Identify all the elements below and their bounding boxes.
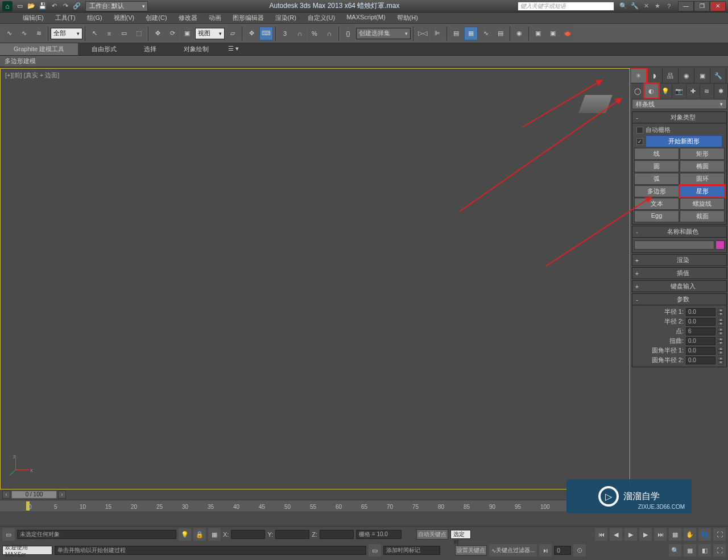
points-input[interactable]: 6 [686,327,715,335]
helpers-cat-icon[interactable]: ✚ [686,84,700,98]
help-icon[interactable]: ? [664,2,673,11]
rotate-tool-icon[interactable]: ⟳ [166,27,179,40]
graphite-toggle-icon[interactable]: ▦ [464,27,478,40]
menu-create[interactable]: 创建(C) [140,13,172,23]
close-button[interactable]: ✕ [710,1,726,11]
ribbon-tab-selection[interactable]: 选择 [130,43,170,55]
distortion-spinner[interactable]: ▴▾ [718,337,723,345]
rollout-keyboard-entry[interactable]: +键盘输入 [632,280,727,292]
select-rect-icon[interactable]: ▭ [117,27,131,40]
open-icon[interactable]: 📂 [26,2,36,11]
motion-tab-icon[interactable]: ◉ [679,68,694,83]
select-filter-dropdown[interactable]: 全部 [51,28,82,39]
maxscript-mini-icon[interactable]: ▭ [2,528,15,541]
viewport[interactable]: [+][前] [真实 + 边面] z x [0,68,630,490]
time-config-icon[interactable]: ⏲ [573,544,586,557]
rollout-object-type[interactable]: -对象类型 [632,111,727,123]
abs-rel-icon[interactable]: ▦ [208,528,221,541]
time-slider-next-icon[interactable]: › [58,491,66,499]
menu-help[interactable]: 帮助(H) [391,13,424,23]
y-coord-input[interactable] [275,530,309,539]
frame-number-input[interactable]: 0 [554,546,571,555]
render-setup-icon[interactable]: ▣ [531,27,545,40]
redo-icon[interactable]: ↷ [60,2,71,11]
egg-button[interactable]: Egg [634,210,679,222]
menu-edit[interactable]: 编辑(E) [17,13,49,23]
x-coord-input[interactable] [231,530,265,539]
viewport-label[interactable]: [+][前] [真实 + 边面] [5,71,59,80]
points-spinner[interactable]: ▴▾ [718,327,723,335]
select-object-icon[interactable]: ↖ [88,27,101,40]
spinner-snap-icon[interactable]: ∩ [322,27,336,40]
ribbon-tab-paint[interactable]: 对象绘制 [170,43,222,55]
arc-button[interactable]: 弧 [634,173,679,185]
rollout-interpolation[interactable]: +插值 [632,267,727,279]
render-frame-icon[interactable]: ▣ [546,27,560,40]
lights-cat-icon[interactable]: 💡 [659,84,672,98]
move-tool-icon[interactable]: ✥ [151,27,164,40]
z-coord-input[interactable] [320,530,354,539]
subscription-icon[interactable]: 🔧 [630,2,639,11]
new-icon[interactable]: ▭ [15,2,25,11]
autogrid-row[interactable]: 自动栅格 [634,125,725,135]
radius1-input[interactable]: 0.0 [686,308,715,316]
select-name-icon[interactable]: ≡ [102,27,116,40]
help-search-input[interactable]: 键入关键字或短语 [518,2,614,11]
link-icon[interactable]: 🔗 [72,2,82,11]
rollout-render[interactable]: +渲染 [632,254,727,266]
line-button[interactable]: 线 [634,148,679,160]
zoom-ext-icon[interactable]: ⛶ [713,528,726,541]
maximize-button[interactable]: ❐ [694,1,710,11]
rectangle-button[interactable]: 矩形 [680,148,725,160]
section-button[interactable]: 截面 [680,210,725,222]
save-icon[interactable]: 💾 [38,2,48,11]
startnew-checkbox[interactable] [636,138,643,145]
selection-lock-icon[interactable]: 💡 [179,528,191,541]
create-tab-icon[interactable]: ✳ [631,68,647,83]
systems-cat-icon[interactable]: ✱ [714,84,728,98]
start-new-shape-button[interactable]: 开始新图形 [646,135,722,147]
text-button[interactable]: 文本 [634,198,679,210]
cameras-cat-icon[interactable]: 📷 [672,84,686,98]
menu-tools[interactable]: 工具(T) [49,13,81,23]
named-selset-dropdown[interactable]: 创建选择集 [356,28,411,39]
favorites-icon[interactable]: ★ [653,2,662,11]
undo-icon[interactable]: ↶ [49,2,59,11]
subcategory-dropdown[interactable]: 样条线 [632,99,727,109]
menu-rendering[interactable]: 渲染(R) [270,13,302,23]
zoom-all-icon[interactable]: ▦ [684,544,696,557]
pivot-center-icon[interactable]: ▱ [226,27,239,40]
percent-snap-icon[interactable]: % [308,27,321,40]
goto-start-icon[interactable]: ⏮ [595,528,607,541]
utilities-tab-icon[interactable]: 🔧 [710,68,726,83]
star-button[interactable]: 星形 [680,185,725,197]
fillet2-spinner[interactable]: ▴▾ [718,356,723,364]
mat-editor-icon[interactable]: ◉ [512,27,526,40]
scene-object[interactable] [578,95,613,113]
menu-modifiers[interactable]: 修改器 [173,13,203,23]
radius1-spinner[interactable]: ▴▾ [718,308,723,316]
ribbon-expand-icon[interactable]: ☰ ▾ [225,43,242,55]
unlink-tool-icon[interactable]: ∿ [17,27,31,40]
exchange-icon[interactable]: ✕ [642,2,651,11]
rollout-parameters[interactable]: -参数 [632,293,727,305]
minimize-button[interactable]: — [678,1,694,11]
ngon-button[interactable]: 多边形 [634,185,679,197]
object-name-input[interactable] [634,240,714,250]
edit-named-selset-icon[interactable]: {} [341,27,355,40]
align-icon[interactable]: ⊫ [431,27,444,40]
link-tool-icon[interactable]: ∿ [2,27,16,40]
shapes-cat-icon[interactable]: ◐ [644,84,658,98]
keyboard-shortcut-override-icon[interactable]: ⌨ [259,27,273,40]
set-key-button[interactable]: 设置关键点 [455,545,487,555]
walk-icon[interactable]: 👣 [698,528,711,541]
keyfilter-mode-dropdown[interactable]: 选定对 [450,530,471,539]
ribbon-panel-label[interactable]: 多边形建模 [0,56,728,67]
time-tag-input[interactable]: 添加时间标记 [383,546,440,555]
fillet2-input[interactable]: 0.0 [686,356,715,364]
distortion-input[interactable]: 0.0 [686,337,715,345]
hierarchy-tab-icon[interactable]: 品 [663,68,679,83]
autogrid-checkbox[interactable] [636,127,643,134]
helix-button[interactable]: 螺旋线 [680,198,725,210]
menu-animation[interactable]: 动画 [203,13,227,23]
